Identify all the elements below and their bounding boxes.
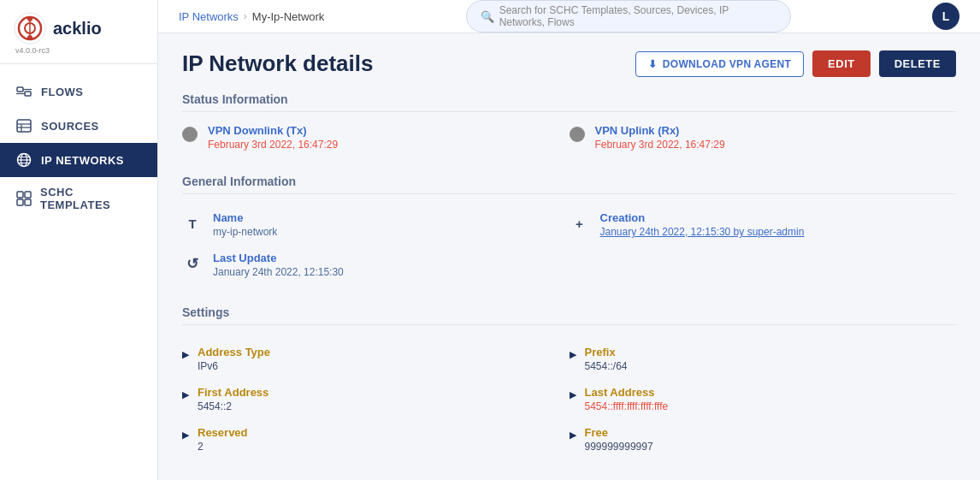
setting-prefix: ▶ Prefix 5454::/64 xyxy=(570,341,957,381)
free-value: 999999999997 xyxy=(585,441,653,453)
address-type-value: IPv6 xyxy=(198,360,270,372)
general-info-grid: T Name my-ip-network + Creation January … xyxy=(182,203,956,250)
status-section: Status Information VPN Downlink (Tx) Feb… xyxy=(182,92,956,159)
setting-address-type: ▶ Address Type IPv6 xyxy=(182,341,570,381)
status-dot-downlink xyxy=(182,127,198,142)
topbar-search-area: 🔍 Search for SCHC Templates, Sources, De… xyxy=(331,0,925,33)
page-header: IP Network details ⬇ DOWNLOAD VPN AGENT … xyxy=(182,50,956,77)
sidebar-item-flows[interactable]: FLOWS xyxy=(0,74,157,109)
creation-icon: + xyxy=(570,213,590,234)
breadcrumb-ip-networks[interactable]: IP Networks xyxy=(179,10,239,23)
sidebar-item-ip-networks-label: IP NETWORKS xyxy=(41,154,124,167)
ip-networks-icon xyxy=(15,151,32,169)
download-vpn-button[interactable]: ⬇ DOWNLOAD VPN AGENT xyxy=(635,51,804,77)
svg-rect-19 xyxy=(17,192,23,198)
breadcrumb-separator: › xyxy=(244,10,247,22)
schc-icon xyxy=(15,190,32,207)
status-uplink: VPN Uplink (Rx) February 3rd 2022, 16:47… xyxy=(570,124,957,151)
sidebar: acklio v4.0.0-rc3 FLOWS SOURCES IP NETWO… xyxy=(0,0,158,480)
flows-icon xyxy=(15,83,32,100)
sidebar-item-flows-label: FLOWS xyxy=(41,86,83,98)
search-box[interactable]: 🔍 Search for SCHC Templates, Sources, De… xyxy=(466,0,791,33)
status-section-title: Status Information xyxy=(182,92,956,112)
user-avatar[interactable]: L xyxy=(932,3,959,30)
status-downlink-date: February 3rd 2022, 16:47:29 xyxy=(208,139,338,151)
status-downlink: VPN Downlink (Tx) February 3rd 2022, 16:… xyxy=(182,124,570,151)
svg-rect-20 xyxy=(25,192,31,198)
search-placeholder: Search for SCHC Templates, Sources, Devi… xyxy=(499,4,776,28)
last-update-value: January 24th 2022, 12:15:30 xyxy=(213,266,344,278)
logo-text: acklio xyxy=(53,19,102,39)
info-name: T Name my-ip-network xyxy=(182,210,570,246)
edit-button[interactable]: EDIT xyxy=(812,50,871,77)
sidebar-item-ip-networks[interactable]: IP NETWORKS xyxy=(0,143,157,177)
svg-rect-7 xyxy=(25,92,31,96)
status-row: VPN Downlink (Tx) February 3rd 2022, 16:… xyxy=(182,121,956,159)
sidebar-nav: FLOWS SOURCES IP NETWORKS SCHC TEMPLATES xyxy=(0,64,157,480)
status-dot-uplink xyxy=(570,127,585,142)
last-address-value: 5454::ffff:ffff:ffff:fffe xyxy=(585,400,669,412)
creation-value: January 24th 2022, 12:15:30 by super-adm… xyxy=(600,226,805,238)
info-placeholder xyxy=(570,250,957,287)
creation-label: Creation xyxy=(600,211,805,224)
arrow-prefix: ▶ xyxy=(570,349,576,360)
logo-version: v4.0.0-rc3 xyxy=(15,46,50,55)
first-address-value: 5454::2 xyxy=(198,400,269,412)
svg-rect-10 xyxy=(17,120,31,132)
main-area: IP Networks › My-Ip-Network 🔍 Search for… xyxy=(158,0,980,480)
first-address-label: First Address xyxy=(198,386,269,399)
svg-rect-21 xyxy=(17,199,23,205)
general-section: General Information T Name my-ip-network… xyxy=(182,175,956,290)
setting-last-address: ▶ Last Address 5454::ffff:ffff:ffff:fffe xyxy=(570,381,957,421)
name-icon: T xyxy=(182,213,203,234)
arrow-free: ▶ xyxy=(570,430,576,441)
info-creation: + Creation January 24th 2022, 12:15:30 b… xyxy=(570,210,957,246)
sidebar-item-schc-label: SCHC TEMPLATES xyxy=(40,186,142,211)
sidebar-logo: acklio v4.0.0-rc3 xyxy=(0,0,157,64)
svg-rect-22 xyxy=(25,199,31,205)
status-uplink-info: VPN Uplink (Rx) February 3rd 2022, 16:47… xyxy=(595,124,725,151)
name-value: my-ip-network xyxy=(213,226,277,238)
topbar: IP Networks › My-Ip-Network 🔍 Search for… xyxy=(158,0,980,33)
sidebar-item-sources[interactable]: SOURCES xyxy=(0,109,157,143)
breadcrumb: IP Networks › My-Ip-Network xyxy=(179,10,324,23)
status-downlink-label: VPN Downlink (Tx) xyxy=(208,124,338,137)
sources-icon xyxy=(15,117,32,134)
content-area: IP Network details ⬇ DOWNLOAD VPN AGENT … xyxy=(158,33,980,480)
status-uplink-date: February 3rd 2022, 16:47:29 xyxy=(595,139,725,151)
settings-section-title: Settings xyxy=(182,305,956,325)
general-section-title: General Information xyxy=(182,175,956,194)
prefix-value: 5454::/64 xyxy=(585,360,628,372)
acklio-logo-icon xyxy=(14,12,46,44)
search-icon: 🔍 xyxy=(481,10,494,23)
setting-first-address: ▶ First Address 5454::2 xyxy=(182,381,570,421)
super-admin-link[interactable]: super-admin xyxy=(747,226,805,238)
setting-free: ▶ Free 999999999997 xyxy=(570,421,957,461)
header-actions: ⬇ DOWNLOAD VPN AGENT EDIT DELETE xyxy=(635,50,956,77)
settings-section: Settings ▶ Address Type IPv6 ▶ Prefix 54… xyxy=(182,305,956,461)
status-uplink-label: VPN Uplink (Rx) xyxy=(595,124,725,137)
sidebar-item-sources-label: SOURCES xyxy=(41,120,99,133)
free-label: Free xyxy=(585,426,653,439)
arrow-address-type: ▶ xyxy=(182,349,189,360)
download-icon: ⬇ xyxy=(648,58,657,70)
svg-point-4 xyxy=(27,35,32,40)
last-update-icon: ↺ xyxy=(182,253,203,274)
arrow-last-address: ▶ xyxy=(570,389,576,400)
arrow-first-address: ▶ xyxy=(182,389,189,400)
general-info-grid-2: ↺ Last Update January 24th 2022, 12:15:3… xyxy=(182,250,956,290)
settings-grid: ▶ Address Type IPv6 ▶ Prefix 5454::/64 ▶ xyxy=(182,334,956,461)
last-update-label: Last Update xyxy=(213,252,344,264)
page-title: IP Network details xyxy=(182,50,374,77)
delete-button[interactable]: DELETE xyxy=(879,50,956,77)
status-downlink-info: VPN Downlink (Tx) February 3rd 2022, 16:… xyxy=(208,124,338,151)
info-last-update: ↺ Last Update January 24th 2022, 12:15:3… xyxy=(182,250,570,287)
sidebar-item-schc-templates[interactable]: SCHC TEMPLATES xyxy=(0,177,157,220)
breadcrumb-current: My-Ip-Network xyxy=(252,10,325,23)
name-label: Name xyxy=(213,211,277,224)
address-type-label: Address Type xyxy=(198,346,270,359)
svg-rect-6 xyxy=(17,87,23,92)
svg-point-3 xyxy=(27,16,32,21)
prefix-label: Prefix xyxy=(585,346,628,359)
arrow-reserved: ▶ xyxy=(182,430,189,441)
